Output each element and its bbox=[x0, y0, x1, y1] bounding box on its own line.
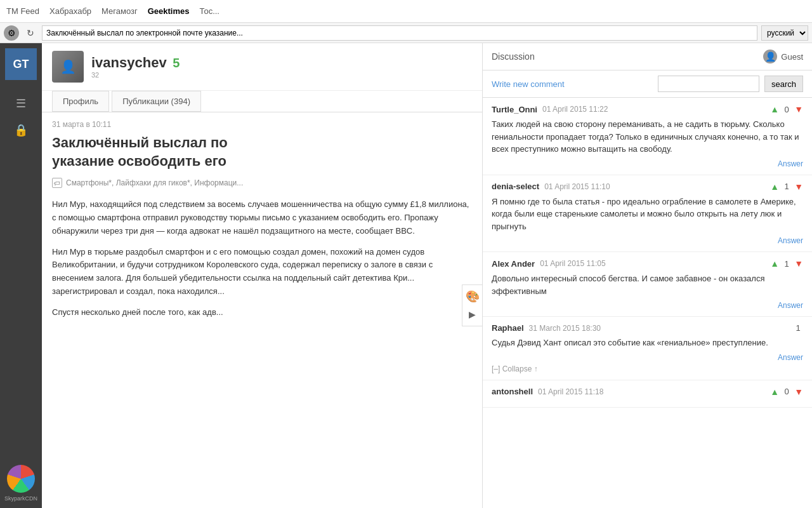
vote-up-1[interactable]: ▲ bbox=[770, 104, 779, 114]
nav-geektimes[interactable]: Geektimes bbox=[148, 6, 190, 16]
guest-info: 👤 Guest bbox=[763, 50, 803, 64]
language-select[interactable]: русский bbox=[761, 25, 808, 41]
comment-item: Alex Ander 01 April 2015 11:05 ▲ 1 ▼ Дов… bbox=[483, 252, 812, 317]
user-score: 5 bbox=[173, 56, 180, 70]
guest-icon: 👤 bbox=[763, 50, 777, 64]
nav-habrahabr[interactable]: Хабрахабр bbox=[49, 6, 91, 16]
vote-down-2[interactable]: ▼ bbox=[794, 182, 803, 192]
comment-body-4: Судья Дэвид Хант описал это событие как … bbox=[492, 337, 803, 349]
article-para-3: Спустя несколько дней после того, как ад… bbox=[52, 306, 472, 319]
nav-megamozg[interactable]: Мегамозг bbox=[102, 6, 138, 16]
color-wheel-icon[interactable]: 🎨 bbox=[464, 288, 481, 305]
comment-header-2: denia-select 01 April 2015 11:10 ▲ 1 ▼ bbox=[492, 182, 803, 192]
nav-tmfeed[interactable]: TM Feed bbox=[6, 6, 39, 16]
comment-votes-4: 1 bbox=[793, 323, 803, 333]
article-para-2: Нил Мур в тюрьме раздобыл смартфон и с е… bbox=[52, 246, 472, 298]
menu-icon[interactable]: ☰ bbox=[16, 97, 26, 110]
guest-label: Guest bbox=[781, 52, 803, 62]
vote-up-5[interactable]: ▲ bbox=[770, 387, 779, 397]
comment-item: Turtle_Onni 01 April 2015 11:22 ▲ 0 ▼ Та… bbox=[483, 98, 812, 175]
comment-answer-1[interactable]: Answer bbox=[492, 159, 803, 168]
tags-text: Смартфоны*, Лайфхаки для гиков*, Информа… bbox=[66, 178, 243, 187]
user-score-sub: 32 bbox=[91, 71, 180, 79]
comment-author-4[interactable]: Raphael bbox=[492, 323, 524, 333]
comment-votes-3: ▲ 1 ▼ bbox=[770, 258, 803, 269]
write-comment-link[interactable]: Write new comment bbox=[492, 79, 653, 89]
comment-body-3: Довольно интересный способ бегства. И са… bbox=[492, 272, 803, 297]
tab-profile[interactable]: Профиль bbox=[52, 91, 109, 112]
translator-bar: ⚙ ↻ русский bbox=[0, 23, 812, 43]
comment-answer-2[interactable]: Answer bbox=[492, 236, 803, 245]
comment-author-5[interactable]: antonshell bbox=[492, 387, 533, 396]
tab-publications[interactable]: Публикации (394) bbox=[112, 91, 201, 112]
comment-author-2[interactable]: denia-select bbox=[492, 182, 539, 191]
comment-item: antonshell 01 April 2015 11:18 ▲ 0 ▼ bbox=[483, 380, 812, 408]
left-sidebar: GT ☰ 🔒 SkyparkCDN bbox=[0, 43, 42, 508]
comment-item: Raphael 31 March 2015 18:30 1 Судья Дэви… bbox=[483, 317, 812, 380]
comment-author-3[interactable]: Alex Ander bbox=[492, 259, 535, 269]
comment-answer-3[interactable]: Answer bbox=[492, 301, 803, 310]
comments-list: Turtle_Onni 01 April 2015 11:22 ▲ 0 ▼ Та… bbox=[483, 98, 812, 508]
user-header: 👤 ivansychev 5 32 bbox=[42, 43, 482, 91]
comments-panel: Discussion 👤 Guest Write new comment sea… bbox=[482, 43, 812, 508]
write-comment-bar: Write new comment search bbox=[483, 70, 812, 98]
discussion-tab[interactable]: Discussion bbox=[492, 51, 535, 62]
avatar: 👤 bbox=[52, 51, 84, 83]
translator-input[interactable] bbox=[42, 25, 757, 41]
comment-date-5: 01 April 2015 11:18 bbox=[538, 387, 603, 396]
vote-count-4: 1 bbox=[793, 323, 803, 333]
vote-down-1[interactable]: ▼ bbox=[794, 104, 803, 114]
cdn-widget: SkyparkCDN bbox=[4, 465, 37, 502]
nav-tos[interactable]: Тос... bbox=[199, 6, 219, 16]
vote-down-3[interactable]: ▼ bbox=[794, 258, 803, 269]
article-title: Заключённый выслал поуказание освободить… bbox=[42, 131, 482, 175]
main-layout: GT ☰ 🔒 SkyparkCDN 👤 ivansychev 5 32 Проф… bbox=[0, 43, 812, 508]
user-info: ivansychev 5 32 bbox=[91, 55, 180, 79]
comment-header-5: antonshell 01 April 2015 11:18 ▲ 0 ▼ bbox=[492, 387, 803, 397]
article-meta: 31 марта в 10:11 bbox=[42, 112, 482, 131]
comment-votes-2: ▲ 1 ▼ bbox=[770, 182, 803, 192]
cdn-circle bbox=[7, 465, 35, 493]
cdn-label: SkyparkCDN bbox=[4, 495, 37, 502]
vote-count-2: 1 bbox=[782, 182, 792, 191]
comment-header-1: Turtle_Onni 01 April 2015 11:22 ▲ 0 ▼ bbox=[492, 104, 803, 114]
comment-votes-5: ▲ 0 ▼ bbox=[770, 387, 803, 397]
play-icon[interactable]: ▶ bbox=[464, 305, 481, 323]
comment-votes-1: ▲ 0 ▼ bbox=[770, 104, 803, 114]
article-tags: 🏷 Смартфоны*, Лайфхаки для гиков*, Инфор… bbox=[42, 175, 482, 193]
vote-up-3[interactable]: ▲ bbox=[770, 258, 779, 269]
avatar-img: 👤 bbox=[52, 51, 84, 83]
comment-date-1: 01 April 2015 11:22 bbox=[542, 105, 608, 114]
vote-count-3: 1 bbox=[782, 259, 792, 269]
tag-icon: 🏷 bbox=[52, 178, 62, 188]
comment-body-1: Таких людей на свою сторону переманивать… bbox=[492, 118, 803, 156]
comment-date-4: 31 March 2015 18:30 bbox=[529, 324, 601, 333]
comments-header: Discussion 👤 Guest bbox=[483, 43, 812, 70]
article-area: 👤 ivansychev 5 32 Профиль Публикации (39… bbox=[42, 43, 482, 508]
comment-header-4: Raphael 31 March 2015 18:30 1 bbox=[492, 323, 803, 333]
gear-icon[interactable]: ⚙ bbox=[4, 25, 19, 41]
vote-count-5: 0 bbox=[782, 387, 792, 396]
search-input[interactable] bbox=[658, 76, 759, 92]
article-para-1: Нил Мур, находящийся под следствием за в… bbox=[52, 198, 472, 237]
vote-count-1: 0 bbox=[782, 105, 792, 114]
comment-item: denia-select 01 April 2015 11:10 ▲ 1 ▼ Я… bbox=[483, 175, 812, 253]
lock-icon: 🔒 bbox=[14, 123, 28, 137]
refresh-icon[interactable]: ↻ bbox=[23, 25, 38, 41]
search-button[interactable]: search bbox=[764, 76, 803, 92]
comment-answer-4[interactable]: Answer bbox=[492, 353, 803, 362]
comment-date-2: 01 April 2015 11:10 bbox=[544, 182, 610, 191]
comment-author-1[interactable]: Turtle_Onni bbox=[492, 105, 537, 114]
site-logo: GT bbox=[5, 48, 37, 80]
vote-down-5[interactable]: ▼ bbox=[794, 387, 803, 397]
mini-toolbar: 🎨 ▶ bbox=[462, 284, 482, 326]
article-body: Нил Мур, находящийся под следствием за в… bbox=[42, 193, 482, 331]
user-tabs: Профиль Публикации (394) bbox=[42, 91, 482, 112]
comment-body-2: Я помню где то была статья - про идеальн… bbox=[492, 196, 803, 233]
collapse-link-4[interactable]: [–] Collapse ↑ bbox=[492, 364, 803, 373]
username: ivansychev bbox=[91, 55, 167, 70]
comment-header-3: Alex Ander 01 April 2015 11:05 ▲ 1 ▼ bbox=[492, 258, 803, 269]
top-nav: TM Feed Хабрахабр Мегамозг Geektimes Тос… bbox=[0, 0, 812, 23]
vote-up-2[interactable]: ▲ bbox=[770, 182, 779, 192]
comment-date-3: 01 April 2015 11:05 bbox=[540, 259, 605, 268]
